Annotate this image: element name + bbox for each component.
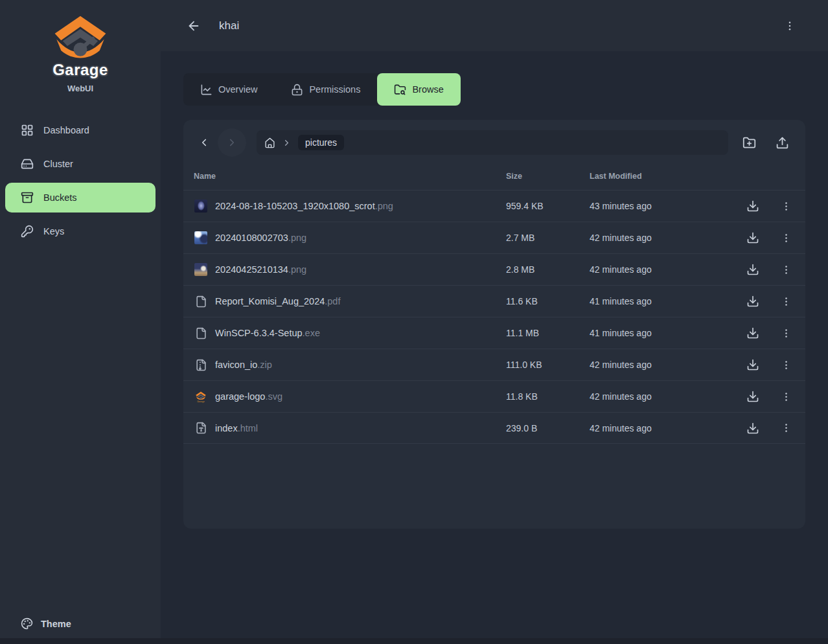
- page-title: khai: [219, 19, 239, 32]
- garage-logo-icon: [0, 14, 161, 60]
- hard-drive-icon: [21, 157, 34, 170]
- row-menu-button[interactable]: [779, 325, 793, 341]
- file-size: 2.8 MB: [506, 264, 590, 275]
- garage-logo-thumbnail: Garage: [194, 390, 207, 403]
- file-size: 2.7 MB: [506, 233, 590, 243]
- theme-button[interactable]: Theme: [21, 617, 71, 630]
- sidebar-item-buckets[interactable]: Buckets: [5, 183, 155, 213]
- home-breadcrumb-button[interactable]: [264, 137, 275, 148]
- column-header-name: Name: [194, 172, 506, 181]
- table-row[interactable]: 20240108002703.png 2.7 MB 42 minutes ago: [183, 222, 805, 253]
- table-row[interactable]: index.html 239.0 B 42 minutes ago: [183, 412, 805, 444]
- line-chart-icon: [200, 84, 213, 96]
- create-folder-button[interactable]: [741, 135, 757, 151]
- folder-search-icon: [394, 84, 406, 96]
- bucket-menu-button[interactable]: [780, 16, 799, 36]
- table-row[interactable]: Garage garage-logo.svg 11.8 KB 42 minute…: [183, 380, 805, 412]
- folder-plus-icon: [742, 136, 756, 150]
- theme-label: Theme: [41, 619, 71, 629]
- screenshot-thumbnail: [194, 200, 207, 213]
- photo-thumbnail-beach: [194, 263, 207, 276]
- download-button[interactable]: [745, 198, 761, 214]
- row-menu-button[interactable]: [779, 293, 793, 309]
- table-row[interactable]: 20240425210134.png 2.8 MB 42 minutes ago: [183, 253, 805, 285]
- row-menu-button[interactable]: [779, 230, 793, 246]
- file-name-link[interactable]: Report_Komisi_Aug_2024: [215, 296, 325, 306]
- download-button[interactable]: [745, 230, 761, 246]
- row-actions: [742, 357, 795, 373]
- download-icon: [746, 390, 759, 403]
- file-name-cell: 20240108002703.png: [194, 231, 506, 244]
- table-row[interactable]: 2024-08-18-105203_1920x1080_scrot.png 95…: [183, 190, 805, 222]
- lock-icon: [291, 84, 303, 96]
- logo-block: Garage WebUI: [0, 0, 161, 93]
- file-name-link[interactable]: 20240425210134: [215, 264, 288, 275]
- download-button[interactable]: [745, 262, 761, 277]
- file-size: 111.0 KB: [506, 360, 590, 370]
- sidebar-item-keys[interactable]: Keys: [5, 216, 155, 246]
- kebab-menu-icon: [781, 233, 792, 244]
- breadcrumb-segment-current[interactable]: pictures: [298, 135, 344, 150]
- nav-back-button[interactable]: [193, 132, 215, 154]
- tab-label: Browse: [412, 84, 443, 95]
- sidebar-item-dashboard[interactable]: Dashboard: [5, 115, 155, 145]
- tab-overview[interactable]: Overview: [183, 73, 274, 106]
- file-icon: [194, 327, 207, 339]
- row-menu-button[interactable]: [779, 262, 793, 277]
- download-button[interactable]: [745, 420, 761, 436]
- row-menu-button[interactable]: [779, 420, 793, 436]
- tab-permissions[interactable]: Permissions: [274, 73, 377, 106]
- file-name-cell: index.html: [194, 422, 506, 435]
- file-name-link[interactable]: WinSCP-6.3.4-Setup: [215, 328, 303, 338]
- kebab-menu-icon: [784, 20, 796, 32]
- tab-label: Overview: [218, 84, 257, 95]
- file-extension: .exe: [303, 328, 320, 338]
- row-actions: [742, 420, 795, 436]
- kebab-menu-icon: [781, 296, 792, 307]
- chevron-right-icon: [226, 137, 238, 148]
- file-name-link[interactable]: index: [215, 423, 238, 433]
- file-name-cell: WinSCP-6.3.4-Setup.exe: [194, 327, 506, 339]
- download-button[interactable]: [745, 389, 761, 404]
- sidebar-item-cluster[interactable]: Cluster: [5, 149, 155, 179]
- toolbar-actions: [741, 135, 790, 151]
- table-body: 2024-08-18-105203_1920x1080_scrot.png 95…: [183, 190, 805, 444]
- file-extension: .png: [288, 233, 306, 243]
- layout-grid-icon: [21, 124, 34, 137]
- sidebar-item-label: Cluster: [43, 159, 73, 169]
- chevron-right-icon: [282, 138, 292, 148]
- back-button[interactable]: [183, 15, 205, 37]
- file-name-link[interactable]: favicon_io: [215, 360, 257, 370]
- row-actions: [742, 325, 795, 341]
- download-button[interactable]: [745, 357, 761, 373]
- table-row[interactable]: favicon_io.zip 111.0 KB 42 minutes ago: [183, 349, 805, 380]
- file-name-link[interactable]: garage-logo: [215, 391, 265, 402]
- file-size: 11.6 KB: [506, 296, 590, 306]
- svg-text:Garage: Garage: [197, 400, 205, 403]
- upload-button[interactable]: [774, 135, 790, 151]
- row-menu-button[interactable]: [779, 357, 793, 373]
- download-icon: [746, 200, 759, 213]
- arrow-left-icon: [187, 19, 201, 33]
- file-name-link[interactable]: 2024-08-18-105203_1920x1080_scrot: [215, 201, 375, 211]
- table-row[interactable]: Report_Komisi_Aug_2024.pdf 11.6 KB 41 mi…: [183, 285, 805, 317]
- sidebar-item-label: Buckets: [43, 192, 77, 203]
- file-modified: 41 minutes ago: [590, 296, 742, 306]
- file-name-link[interactable]: 20240108002703: [215, 233, 288, 243]
- download-icon: [746, 263, 759, 276]
- sidebar-item-label: Keys: [43, 226, 64, 236]
- table-row[interactable]: WinSCP-6.3.4-Setup.exe 11.1 MB 41 minute…: [183, 317, 805, 349]
- download-button[interactable]: [745, 325, 761, 341]
- file-size: 11.8 KB: [506, 391, 590, 402]
- file-modified: 42 minutes ago: [590, 233, 742, 243]
- download-button[interactable]: [745, 293, 761, 309]
- row-actions: [742, 293, 795, 309]
- row-menu-button[interactable]: [779, 389, 793, 404]
- sidebar-item-label: Dashboard: [43, 125, 89, 135]
- row-menu-button[interactable]: [779, 198, 793, 214]
- palette-icon: [21, 617, 33, 630]
- tab-browse[interactable]: Browse: [377, 73, 460, 106]
- key-icon: [21, 225, 34, 238]
- nav-forward-button[interactable]: [218, 128, 246, 157]
- download-icon: [746, 231, 759, 244]
